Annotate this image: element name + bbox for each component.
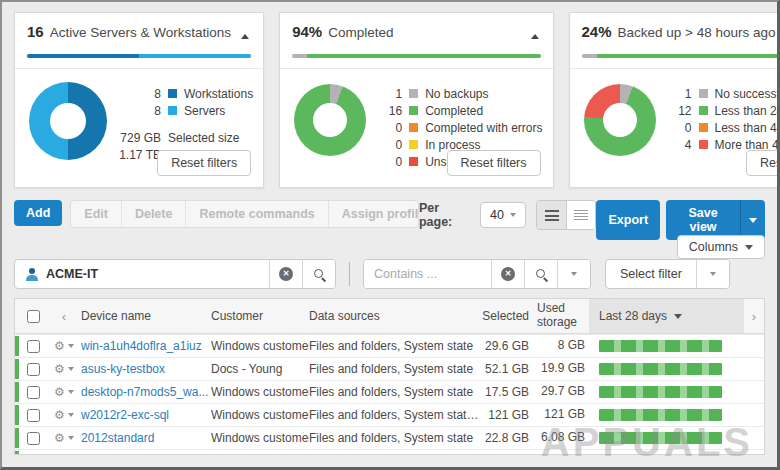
select-filter-button[interactable]: Select filter — [606, 260, 696, 288]
legend-value: 12 — [668, 104, 692, 118]
chevron-down-icon — [68, 390, 74, 394]
select-filter-group: Select filter — [605, 259, 730, 289]
list-view-button[interactable] — [537, 201, 566, 229]
header-device-name[interactable]: Device name — [81, 309, 211, 323]
header-used-storage[interactable]: Used storage — [535, 302, 589, 330]
row-checkbox[interactable] — [27, 340, 40, 353]
clear-contains-button[interactable]: ✕ — [491, 260, 524, 288]
legend-item[interactable]: 0 Less than 48 hours ago — [668, 119, 780, 136]
device-link[interactable]: win-a1uh4doflra_a1iuz — [81, 339, 202, 353]
legend-value: 1 — [668, 87, 692, 101]
toolbar: Add Edit Delete Remote commands Assign p… — [14, 200, 765, 230]
reset-filters-button[interactable]: Reset filters — [746, 150, 780, 176]
row-actions[interactable]: ⚙ — [47, 340, 81, 352]
legend-label: Less than 24 hours ago — [715, 104, 780, 118]
clear-icon: ✕ — [279, 267, 293, 281]
legend-item[interactable]: 1 No successful backup — [668, 85, 780, 102]
customer-filter-field[interactable]: ACME-IT — [15, 260, 269, 288]
legend-label: No backups — [425, 87, 488, 101]
card-header: 16 Active Servers & Workstations — [15, 13, 263, 69]
last-28-days-cell — [589, 358, 744, 380]
device-name-cell: win-a1uh4doflra_a1iuz — [81, 339, 211, 353]
device-link[interactable]: asus-ky-testbox — [81, 362, 165, 376]
add-button[interactable]: Add — [14, 200, 62, 226]
legend-item[interactable]: 8 Workstations — [119, 85, 253, 102]
row-actions[interactable]: ⚙ — [47, 363, 81, 375]
delete-button[interactable]: Delete — [121, 201, 186, 227]
legend-item[interactable]: 12 Less than 24 hours ago — [668, 102, 780, 119]
clear-customer-filter-button[interactable]: ✕ — [269, 260, 302, 288]
legend-label: No successful backup — [715, 87, 780, 101]
header-last-28-days[interactable]: Last 28 days — [589, 299, 744, 333]
row-checkbox[interactable] — [27, 386, 40, 399]
table-row[interactable]: ⚙ desktop-n7mods5_wa... Windows customer… — [15, 380, 764, 403]
scroll-right-cell[interactable]: › — [744, 309, 764, 324]
row-checkbox[interactable] — [27, 363, 40, 376]
edit-button[interactable]: Edit — [71, 201, 121, 227]
table-row[interactable]: ⚙ win-a1uh4doflra_a1iuz Windows customer… — [15, 334, 764, 357]
compact-view-button[interactable] — [566, 201, 595, 229]
search-customer-button[interactable] — [302, 260, 335, 288]
collapse-icon[interactable] — [529, 23, 541, 45]
header-data-sources[interactable]: Data sources — [309, 309, 479, 323]
data-sources-cell: Files and folders, System state — [309, 362, 479, 376]
chevron-right-icon: › — [752, 309, 756, 324]
legend-item[interactable]: 0 Completed with errors — [378, 119, 542, 136]
row-actions[interactable]: ⚙ — [47, 432, 81, 444]
reset-filters-button[interactable]: Reset filters — [447, 150, 541, 176]
select-all-cell — [19, 309, 47, 323]
device-link[interactable]: w2012r2-exc-sql — [81, 408, 169, 422]
per-page-select[interactable]: 40 — [480, 202, 526, 228]
legend-label: Less than 48 hours ago — [715, 121, 780, 135]
table-row[interactable]: ⚙ 2012standard Windows customer Files an… — [15, 426, 764, 449]
select-all-checkbox[interactable] — [27, 310, 40, 323]
columns-button[interactable]: Columns — [677, 235, 765, 259]
chevron-down-icon — [68, 413, 74, 417]
export-button[interactable]: Export — [596, 200, 660, 240]
row-checkbox[interactable] — [27, 432, 40, 445]
donut-chart — [29, 82, 107, 160]
selected-cell: 17.5 GB — [479, 385, 535, 399]
row-actions[interactable]: ⚙ — [47, 386, 81, 398]
customer-cell: Windows customer — [211, 431, 309, 445]
customer-filter-value: ACME-IT — [46, 267, 98, 281]
data-sources-cell: Files and folders, System state — [309, 385, 479, 399]
donut-chart — [584, 84, 656, 156]
collapse-columns-cell[interactable]: ‹ — [47, 309, 81, 324]
device-link[interactable]: 2012standard — [81, 431, 154, 445]
save-view-dropdown[interactable] — [740, 200, 765, 240]
table-row[interactable]: ⚙ asus-ky-testbox Docs - Young Files and… — [15, 357, 764, 380]
device-name-cell: asus-ky-testbox — [81, 362, 211, 376]
device-link[interactable]: desktop-n7mods5_wa... — [81, 385, 208, 399]
chevron-down-icon — [745, 245, 753, 250]
table-row[interactable]: ⚙ ubuntu Linux customer Files and folder… — [15, 449, 764, 455]
legend-item[interactable]: 16 Completed — [378, 102, 542, 119]
header-customer[interactable]: Customer — [211, 309, 309, 323]
row-actions[interactable]: ⚙ — [47, 409, 81, 421]
save-view-button[interactable]: Save view — [666, 200, 740, 240]
reset-filters-button[interactable]: Reset filters — [157, 150, 251, 176]
card-value: 24% — [582, 23, 612, 40]
card-header: 24% Backed up > 48 hours ago — [570, 13, 780, 69]
select-filter-dropdown[interactable] — [696, 260, 729, 288]
chevron-down-icon — [68, 367, 74, 371]
contains-input[interactable] — [364, 260, 491, 288]
search-contains-button[interactable] — [524, 260, 557, 288]
chevron-down-icon — [710, 272, 716, 276]
collapse-icon[interactable] — [239, 23, 251, 45]
legend-item[interactable]: 1 No backups — [378, 85, 542, 102]
divider — [349, 262, 350, 286]
chevron-down-icon — [68, 344, 74, 348]
header-selected[interactable]: Selected — [479, 309, 535, 323]
row-check-cell — [19, 362, 47, 376]
device-name-cell: w2012r2-exc-sql — [81, 408, 211, 422]
device-link[interactable]: ubuntu — [81, 454, 118, 455]
backup-history-bar — [599, 386, 722, 398]
remote-commands-button[interactable]: Remote commands — [185, 201, 327, 227]
legend-item[interactable]: 8 Servers — [119, 102, 253, 119]
legend-label: Servers — [184, 104, 225, 118]
assign-profile-button[interactable]: Assign profile — [328, 201, 419, 227]
table-row[interactable]: ⚙ w2012r2-exc-sql Windows customer Files… — [15, 403, 764, 426]
contains-options-dropdown[interactable] — [557, 260, 590, 288]
row-checkbox[interactable] — [27, 409, 40, 422]
